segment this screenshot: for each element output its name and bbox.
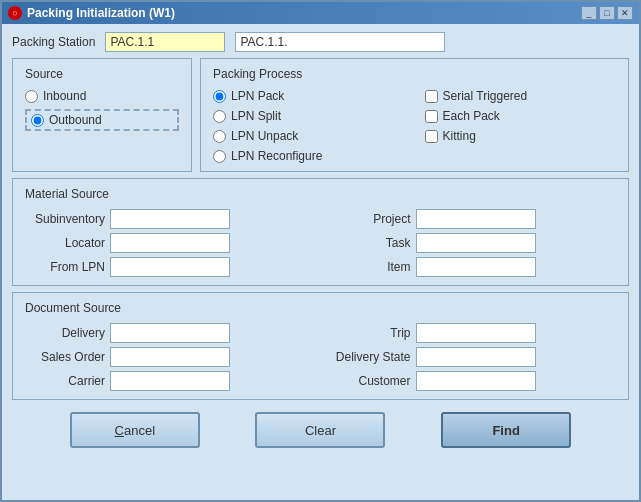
source-radio-group: Inbound Outbound (25, 89, 179, 131)
sales-order-label: Sales Order (25, 350, 105, 364)
serial-triggered-checkbox[interactable] (425, 90, 438, 103)
locator-row: Locator (25, 233, 311, 253)
customer-row: Customer (331, 371, 617, 391)
carrier-label: Carrier (25, 374, 105, 388)
cancel-button[interactable]: Cancel (70, 412, 200, 448)
delivery-state-label: Delivery State (331, 350, 411, 364)
packing-process-grid: LPN Pack LPN Split LPN Unpack LPN R (213, 89, 616, 163)
material-source-title: Material Source (25, 187, 616, 201)
packing-station-label: Packing Station (12, 35, 95, 49)
title-bar-left: ○ Packing Initialization (W1) (8, 6, 175, 20)
title-bar: ○ Packing Initialization (W1) _ □ ✕ (2, 2, 639, 24)
outbound-radio[interactable] (31, 114, 44, 127)
document-source-title: Document Source (25, 301, 616, 315)
delivery-state-input[interactable] (416, 347, 536, 367)
outbound-radio-item: Outbound (25, 109, 179, 131)
button-row: Cancel Clear Find (12, 408, 629, 452)
trip-label: Trip (331, 326, 411, 340)
packing-station-row: Packing Station (12, 32, 629, 52)
source-box: Source Inbound Outbound (12, 58, 192, 172)
lpn-unpack-item: LPN Unpack (213, 129, 405, 143)
packing-process-right: Serial Triggered Each Pack Kitting (425, 89, 617, 163)
carrier-row: Carrier (25, 371, 311, 391)
material-source-box: Material Source Subinventory Locator Fro… (12, 178, 629, 286)
customer-input[interactable] (416, 371, 536, 391)
lpn-pack-item: LPN Pack (213, 89, 405, 103)
lpn-pack-label: LPN Pack (231, 89, 284, 103)
document-source-grid: Delivery Sales Order Carrier Tri (25, 323, 616, 391)
trip-row: Trip (331, 323, 617, 343)
clear-button[interactable]: Clear (255, 412, 385, 448)
packing-process-box: Packing Process LPN Pack LPN Split (200, 58, 629, 172)
each-pack-item: Each Pack (425, 109, 617, 123)
customer-label: Customer (331, 374, 411, 388)
minimize-button[interactable]: _ (581, 6, 597, 20)
close-button[interactable]: ✕ (617, 6, 633, 20)
lpn-split-label: LPN Split (231, 109, 281, 123)
sales-order-row: Sales Order (25, 347, 311, 367)
inbound-label: Inbound (43, 89, 86, 103)
sales-order-input[interactable] (110, 347, 230, 367)
task-input[interactable] (416, 233, 536, 253)
content-area: Packing Station Source Inbound Outbound (2, 24, 639, 500)
serial-triggered-item: Serial Triggered (425, 89, 617, 103)
source-title: Source (25, 67, 179, 81)
kitting-checkbox[interactable] (425, 130, 438, 143)
trip-input[interactable] (416, 323, 536, 343)
project-label: Project (331, 212, 411, 226)
item-row: Item (331, 257, 617, 277)
item-label: Item (331, 260, 411, 274)
packing-process-left: LPN Pack LPN Split LPN Unpack LPN R (213, 89, 405, 163)
locator-label: Locator (25, 236, 105, 250)
maximize-button[interactable]: □ (599, 6, 615, 20)
inbound-radio[interactable] (25, 90, 38, 103)
subinventory-input[interactable] (110, 209, 230, 229)
find-button[interactable]: Find (441, 412, 571, 448)
packing-station-input[interactable] (105, 32, 225, 52)
cancel-label: Cancel (115, 423, 155, 438)
app-icon: ○ (8, 6, 22, 20)
document-left: Delivery Sales Order Carrier (25, 323, 311, 391)
delivery-label: Delivery (25, 326, 105, 340)
item-input[interactable] (416, 257, 536, 277)
middle-section: Source Inbound Outbound Packing Process (12, 58, 629, 172)
from-lpn-label: From LPN (25, 260, 105, 274)
project-input[interactable] (416, 209, 536, 229)
from-lpn-input[interactable] (110, 257, 230, 277)
document-source-box: Document Source Delivery Sales Order Car… (12, 292, 629, 400)
lpn-pack-radio[interactable] (213, 90, 226, 103)
task-label: Task (331, 236, 411, 250)
task-row: Task (331, 233, 617, 253)
subinventory-label: Subinventory (25, 212, 105, 226)
document-right: Trip Delivery State Customer (331, 323, 617, 391)
outbound-label: Outbound (49, 113, 102, 127)
project-row: Project (331, 209, 617, 229)
lpn-unpack-radio[interactable] (213, 130, 226, 143)
material-right: Project Task Item (331, 209, 617, 277)
title-buttons: _ □ ✕ (581, 6, 633, 20)
kitting-label: Kitting (443, 129, 476, 143)
serial-triggered-label: Serial Triggered (443, 89, 528, 103)
carrier-input[interactable] (110, 371, 230, 391)
kitting-item: Kitting (425, 129, 617, 143)
delivery-state-row: Delivery State (331, 347, 617, 367)
lpn-reconfigure-item: LPN Reconfigure (213, 149, 405, 163)
locator-input[interactable] (110, 233, 230, 253)
delivery-row: Delivery (25, 323, 311, 343)
lpn-split-radio[interactable] (213, 110, 226, 123)
packing-station-desc-input[interactable] (235, 32, 445, 52)
inbound-radio-item: Inbound (25, 89, 179, 103)
each-pack-checkbox[interactable] (425, 110, 438, 123)
subinventory-row: Subinventory (25, 209, 311, 229)
material-left: Subinventory Locator From LPN (25, 209, 311, 277)
lpn-reconfigure-label: LPN Reconfigure (231, 149, 322, 163)
material-source-grid: Subinventory Locator From LPN Pr (25, 209, 616, 277)
from-lpn-row: From LPN (25, 257, 311, 277)
lpn-unpack-label: LPN Unpack (231, 129, 298, 143)
each-pack-label: Each Pack (443, 109, 500, 123)
lpn-reconfigure-radio[interactable] (213, 150, 226, 163)
main-window: ○ Packing Initialization (W1) _ □ ✕ Pack… (0, 0, 641, 502)
packing-process-title: Packing Process (213, 67, 616, 81)
find-label: Find (492, 423, 519, 438)
delivery-input[interactable] (110, 323, 230, 343)
